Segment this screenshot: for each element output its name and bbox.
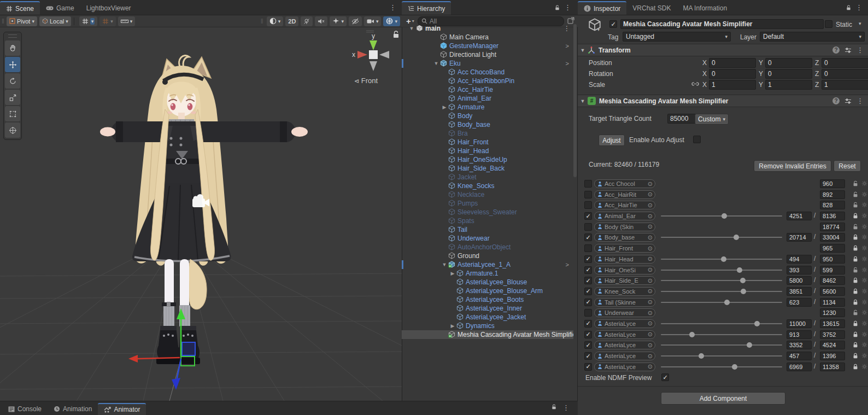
hierarchy-row[interactable]: Tail	[402, 225, 573, 234]
hierarchy-row[interactable]: Spats	[402, 217, 573, 225]
row-menu-kebab[interactable]: ⋮	[564, 24, 570, 33]
lock-icon[interactable]	[852, 299, 859, 307]
dock-menu-kebab[interactable]: ⋮	[562, 404, 570, 411]
object-picker-icon[interactable]: ⊙	[648, 342, 653, 349]
entry-object-field[interactable]: Acc_HairTie⊙	[594, 201, 655, 209]
entry-max-field[interactable]: 8462	[820, 276, 845, 285]
lock-icon[interactable]	[852, 331, 859, 340]
hierarchy-row[interactable]: Hair_Head	[402, 147, 573, 155]
object-picker-icon[interactable]: ⊙	[648, 191, 653, 198]
unlock-icon[interactable]	[852, 223, 859, 232]
audio-toggle[interactable]	[315, 16, 327, 26]
hierarchy-row[interactable]: ▼AsteriaLycee_1_A>	[402, 260, 573, 269]
gear-icon[interactable]	[861, 277, 867, 285]
entry-value-field[interactable]: 393	[787, 266, 812, 274]
unlock-icon[interactable]	[852, 191, 859, 200]
slider-handle[interactable]	[721, 256, 726, 262]
slider-handle[interactable]	[737, 267, 742, 273]
entry-checkbox[interactable]: ✓	[584, 212, 592, 220]
gear-icon[interactable]	[861, 309, 867, 317]
slider-handle[interactable]	[722, 213, 727, 219]
entry-max-field[interactable]: 4524	[820, 341, 845, 349]
entry-max-field[interactable]: 3752	[820, 330, 845, 339]
inspector-menu-kebab[interactable]: ⋮	[855, 4, 863, 11]
hierarchy-row[interactable]: AsteriaLycee_Boots	[402, 295, 573, 304]
entry-slider[interactable]	[661, 334, 782, 335]
entry-max-field[interactable]: 892	[820, 190, 845, 199]
hierarchy-row[interactable]: GestureManager>	[402, 42, 573, 50]
entry-max-field[interactable]: 960	[820, 179, 845, 188]
hierarchy-row[interactable]: Animal_Ear	[402, 94, 573, 103]
entry-object-field[interactable]: AsteriaLyce⊙	[594, 319, 655, 328]
ndmf-preview-checkbox[interactable]: ✓	[661, 373, 669, 381]
transform-tool-button[interactable]	[5, 122, 20, 138]
foldout-arrow[interactable]: ▶	[441, 103, 448, 112]
entry-value-field[interactable]: 5800	[787, 276, 812, 285]
slider-handle[interactable]	[732, 364, 737, 370]
hierarchy-row[interactable]: Body	[402, 112, 573, 120]
entry-max-field[interactable]: 965	[820, 244, 845, 253]
object-picker-icon[interactable]: ⊙	[648, 277, 653, 284]
foldout-arrow[interactable]: ▼	[578, 48, 588, 53]
hierarchy-row[interactable]: Acc ChocoBand	[402, 68, 573, 77]
lock-icon[interactable]	[852, 320, 859, 329]
unlock-icon[interactable]	[852, 309, 859, 318]
hierarchy-row[interactable]: Necklace	[402, 190, 573, 199]
gear-icon[interactable]	[861, 331, 867, 339]
entry-object-field[interactable]: Acc Chocol⊙	[594, 179, 655, 188]
effects-dropdown[interactable]: ▾	[330, 16, 347, 26]
hierarchy-row[interactable]: AsteriaLycee_Blouse_Arm	[402, 287, 573, 295]
hierarchy-row[interactable]: Pumps	[402, 199, 573, 208]
inspector-lock-icon[interactable]	[846, 4, 852, 11]
entry-slider[interactable]	[661, 270, 782, 271]
entry-checkbox[interactable]: ✓	[584, 363, 592, 371]
dock-lock-icon[interactable]	[551, 404, 557, 412]
hierarchy-row[interactable]: AutoAnchorObject	[402, 243, 573, 252]
transform-header[interactable]: ▼ Transform ? ⋮	[578, 44, 868, 56]
hierarchy-row[interactable]: ▼Eku>	[402, 59, 573, 68]
entry-value-field[interactable]: 3851	[787, 287, 812, 296]
add-component-button[interactable]: Add Component	[661, 392, 785, 405]
static-dropdown-arrow[interactable]: ▾	[859, 21, 861, 26]
entry-object-field[interactable]: AsteriaLyce⊙	[594, 341, 655, 349]
entry-checkbox[interactable]: ✓	[584, 352, 592, 360]
scene-visibility-toggle[interactable]	[349, 16, 362, 26]
lighting-toggle[interactable]	[301, 16, 313, 26]
hierarchy-row[interactable]: Underwear	[402, 234, 573, 243]
tab-game[interactable]: Game	[40, 1, 80, 15]
slider-handle[interactable]	[747, 342, 752, 348]
object-picker-icon[interactable]: ⊙	[648, 309, 653, 317]
entry-value-field[interactable]: 11000	[787, 319, 812, 328]
pivot-dropdown[interactable]: Pivot▾	[7, 16, 37, 26]
entry-max-field[interactable]: 11358	[820, 363, 845, 371]
entry-value-field[interactable]: 6969	[787, 363, 812, 371]
tab-lightboxviewer[interactable]: LightboxViewer	[80, 1, 137, 15]
entry-slider[interactable]	[661, 366, 782, 367]
entry-object-field[interactable]: Body_base⊙	[594, 233, 655, 242]
palette-drag-handle[interactable]	[8, 34, 17, 38]
entry-checkbox[interactable]	[584, 309, 592, 317]
target-triangle-count-field[interactable]: 85000	[667, 114, 696, 124]
gear-icon[interactable]	[861, 353, 867, 360]
grid-snap-dropdown[interactable]: ▾	[79, 16, 98, 26]
scene-menu-kebab[interactable]: ⋮	[389, 4, 396, 11]
entry-checkbox[interactable]: ✓	[584, 277, 592, 284]
slider-handle[interactable]	[699, 353, 704, 359]
tab-scene[interactable]: Scene	[0, 1, 40, 15]
object-picker-icon[interactable]: ⊙	[648, 245, 653, 252]
hierarchy-row[interactable]: Hair_Front	[402, 138, 573, 147]
gizmo-lock-icon[interactable]	[394, 31, 398, 38]
object-picker-icon[interactable]: ⊙	[648, 353, 653, 360]
hierarchy-row[interactable]: AsteriaLycee_Blouse	[402, 278, 573, 287]
entry-checkbox[interactable]	[584, 191, 592, 198]
tab-animation[interactable]: Animation	[48, 403, 98, 415]
component-menu-kebab[interactable]: ⋮	[857, 46, 864, 54]
tab-ma-information[interactable]: MA Information	[677, 1, 733, 15]
position-y-field[interactable]: 0	[765, 58, 812, 68]
hierarchy-row[interactable]: AsteriaLycee_Inner	[402, 304, 573, 313]
lock-icon[interactable]	[852, 352, 859, 361]
hierarchy-row[interactable]: Knee_Socks	[402, 182, 573, 190]
presets-icon[interactable]	[844, 98, 852, 104]
entry-slider[interactable]	[661, 291, 782, 292]
entry-slider[interactable]	[661, 259, 782, 260]
